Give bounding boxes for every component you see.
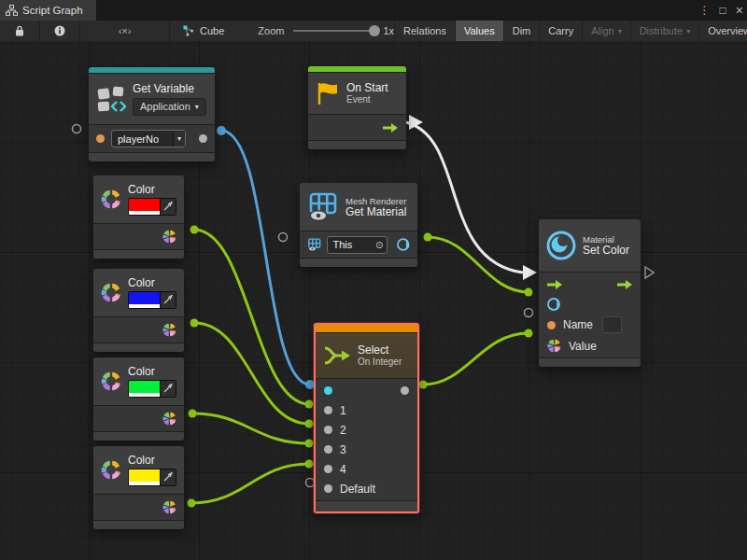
node-set-color[interactable]: Material Set Color Name — [539, 219, 641, 367]
target-field[interactable]: This ⊙ — [327, 236, 388, 254]
toolbar-carry-button[interactable]: Carry — [540, 21, 583, 41]
color-swatch[interactable] — [129, 469, 160, 482]
eyedropper-icon — [163, 202, 173, 211]
toolbar-distribute-button: Distribute▾ — [631, 21, 699, 41]
node-footer — [93, 250, 184, 259]
name-input-field[interactable] — [602, 316, 622, 333]
eyedropper-button[interactable] — [160, 381, 176, 397]
node-title: Color — [128, 184, 176, 196]
color-wheel-icon — [101, 455, 121, 485]
variable-icon — [96, 85, 126, 113]
flow-arrowhead — [523, 265, 537, 280]
window-maximize-icon[interactable]: □ — [720, 4, 726, 17]
color-swatch[interactable] — [129, 381, 160, 393]
node-get-material[interactable]: Mesh Renderer Get Material This ⊙ — [300, 183, 417, 267]
eyedropper-button[interactable] — [160, 199, 176, 215]
select-output-port[interactable] — [401, 386, 409, 395]
window-close-icon[interactable]: × — [736, 3, 743, 18]
node-select[interactable]: Select On Integer 1 2 3 4 Default — [314, 323, 419, 513]
color-input-port[interactable] — [547, 339, 561, 353]
window-tab-bar: Script Graph ⋮ □ × — [0, 0, 747, 21]
inspect-button[interactable] — [40, 21, 80, 41]
node-title: Select — [358, 344, 402, 357]
color-output-port[interactable] — [162, 500, 176, 514]
branch-port-3[interactable] — [324, 445, 332, 454]
graph-canvas[interactable]: Get Variable Application▾ playerNo ▾ — [0, 41, 747, 560]
branch-port-default[interactable] — [324, 484, 332, 493]
node-footer — [93, 432, 184, 441]
object-picker-icon[interactable]: ⊙ — [372, 240, 387, 250]
material-input-port[interactable] — [547, 298, 560, 311]
branch-port-4[interactable] — [324, 465, 332, 473]
chevron-down-icon: ▾ — [195, 103, 199, 111]
node-color-4[interactable]: Color — [93, 446, 184, 529]
node-footer — [93, 521, 184, 529]
toolbar-dim-button[interactable]: Dim — [504, 21, 541, 41]
toolbar-relations-button[interactable]: Relations — [394, 21, 456, 41]
color-swatch[interactable] — [129, 292, 160, 304]
branch-port-1[interactable] — [324, 406, 332, 414]
node-color-3[interactable]: Color — [93, 357, 184, 441]
node-color-1[interactable]: Color — [93, 175, 184, 259]
variable-scope-dropdown[interactable]: Application▾ — [133, 98, 206, 116]
graph-name: Cube — [200, 25, 224, 36]
color-output-port[interactable] — [162, 230, 176, 244]
window-menu-icon[interactable]: ⋮ — [699, 4, 711, 17]
toolbar-overview-button[interactable]: Overview — [699, 21, 747, 41]
node-title: Get Material — [345, 206, 406, 218]
color-wheel-icon — [101, 277, 121, 308]
variable-value-output-port[interactable] — [199, 134, 207, 143]
color-swatch-control[interactable] — [128, 291, 176, 309]
variable-name-port[interactable] — [96, 134, 105, 143]
node-footer — [308, 141, 406, 149]
eyedropper-button[interactable] — [160, 469, 176, 485]
zoom-slider[interactable] — [293, 30, 375, 32]
flag-icon — [316, 81, 340, 105]
node-footer — [93, 343, 184, 352]
select-icon — [323, 344, 351, 367]
node-title: Color — [128, 455, 176, 467]
eyedropper-icon — [163, 295, 173, 304]
color-swatch-control[interactable] — [128, 380, 176, 398]
node-color-2[interactable]: Color — [93, 269, 184, 352]
graph-breadcrumb[interactable]: Cube — [183, 25, 224, 36]
color-output-port[interactable] — [162, 323, 176, 337]
graph-toolbar: ‹×› Cube Zoom 1x Relations Values Dim Ca… — [0, 21, 747, 42]
eyedropper-button[interactable] — [160, 292, 176, 308]
branch-port-2[interactable] — [324, 426, 332, 434]
node-component: Mesh Renderer — [345, 196, 406, 206]
variable-name-dropdown[interactable]: playerNo ▾ — [111, 130, 186, 147]
eyedropper-icon — [163, 384, 173, 393]
node-color-strip — [316, 325, 417, 332]
mesh-renderer-port-icon[interactable] — [307, 238, 322, 252]
zoom-label: Zoom — [258, 25, 284, 36]
toolbar-values-button[interactable]: Values — [456, 21, 504, 41]
color-wheel-icon — [101, 366, 121, 397]
node-get-variable[interactable]: Get Variable Application▾ playerNo ▾ — [89, 67, 215, 161]
node-footer — [539, 358, 641, 367]
node-title: Color — [128, 366, 176, 378]
flow-output-port[interactable] — [616, 279, 633, 290]
flow-output-port[interactable] — [382, 122, 399, 133]
node-subtitle: Event — [346, 94, 388, 105]
color-swatch-control[interactable] — [128, 469, 176, 486]
selector-input-port[interactable] — [324, 386, 332, 395]
color-swatch[interactable] — [129, 199, 160, 211]
color-swatch-control[interactable] — [128, 198, 176, 216]
node-footer — [316, 501, 417, 511]
alpha-bar — [129, 211, 160, 215]
node-subtitle: On Integer — [358, 357, 402, 368]
chevron-down-icon: ▾ — [618, 27, 622, 35]
color-output-port[interactable] — [162, 412, 176, 426]
node-on-start[interactable]: On Start Event — [308, 66, 406, 149]
material-output-port[interactable] — [397, 238, 410, 251]
name-input-port[interactable] — [547, 321, 556, 329]
flow-out-triangle — [645, 267, 654, 278]
flow-input-port[interactable] — [546, 279, 563, 290]
lock-button[interactable] — [0, 21, 40, 41]
zoom-slider-knob[interactable] — [369, 25, 380, 36]
lock-icon — [15, 25, 24, 36]
alpha-bar — [129, 482, 160, 485]
tab-script-graph[interactable]: Script Graph — [0, 0, 96, 21]
edit-script-button[interactable]: ‹×› — [80, 21, 170, 41]
